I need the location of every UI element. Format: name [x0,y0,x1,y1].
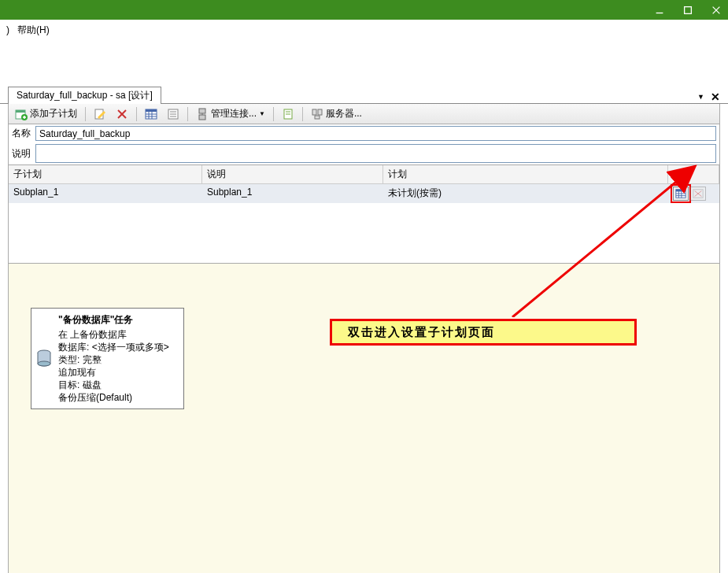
name-input[interactable] [35,126,716,141]
menu-paren: ) [6,24,9,35]
task-line: 在 上备份数据库 [38,328,177,341]
cell-subplan: Subplan_1 [9,184,202,203]
menu-help[interactable]: 帮助(H) [17,24,50,37]
design-canvas[interactable]: "备份数据库"任务 在 上备份数据库 数据库: <选择一项或多项> 类型: 完整… [8,264,720,573]
calendar-add-icon [15,108,28,120]
task-line: 备份压缩(Default) [38,391,177,404]
schedule-remove-button [690,187,706,201]
name-label: 名称 [12,127,35,140]
database-backup-icon [36,349,52,368]
grid-empty-area [9,203,719,263]
tab-controls: ▼ ✕ [697,91,728,103]
manage-connections-button[interactable]: 管理连接... ▼ [193,105,268,122]
task-line: 数据库: <选择一项或多项> [38,341,177,353]
backup-task-box[interactable]: "备份数据库"任务 在 上备份数据库 数据库: <选择一项或多项> 类型: 完整… [31,308,184,409]
cell-description: Subplan_1 [202,184,383,203]
task-line: 追加现有 [38,366,177,379]
svg-rect-13 [146,109,157,112]
servers-icon [311,108,323,120]
subplan-grid: 子计划 说明 计划 Subplan_1 Subplan_1 未计划(按需) [8,165,720,264]
svg-rect-1 [685,6,692,13]
task-line: 类型: 完整 [38,353,177,366]
window-titlebar [0,0,728,20]
form-area: 名称 说明 [8,124,720,165]
cell-plan: 未计划(按需) [383,184,668,203]
description-label: 说明 [12,147,35,161]
svg-rect-30 [315,116,320,119]
log-icon [282,108,294,120]
maximize-button[interactable] [682,5,693,16]
list-icon [167,108,179,120]
calendar-remove-icon [693,188,704,199]
calendar-icon [675,188,686,199]
edit-icon [94,108,106,120]
minimize-button[interactable] [654,5,665,16]
toolbar-separator [136,107,137,121]
callout-text: 双击进入设置子计划页面 [348,325,495,340]
annotation-callout: 双击进入设置子计划页面 [330,319,637,346]
svg-rect-5 [16,110,25,113]
dropdown-icon: ▼ [259,110,265,117]
servers-label: 服务器... [326,107,362,120]
toolbar-separator [302,107,303,121]
toolbar-separator [85,107,86,121]
add-subplan-label: 添加子计划 [30,107,77,120]
edit-button[interactable] [91,106,109,122]
add-subplan-button[interactable]: 添加子计划 [12,105,80,122]
toolbar-separator [187,107,188,121]
svg-rect-32 [676,190,686,192]
grid-button[interactable] [142,106,161,122]
delete-icon [116,108,128,120]
column-actions [668,165,719,183]
servers-button[interactable]: 服务器... [308,105,365,122]
cell-actions [668,184,719,203]
close-button[interactable] [711,5,722,16]
log-button[interactable] [279,106,297,122]
column-subplan[interactable]: 子计划 [9,165,202,183]
list-button[interactable] [164,106,183,122]
svg-rect-23 [199,115,205,120]
task-title: "备份数据库"任务 [38,313,177,327]
svg-rect-28 [312,109,316,115]
toolbar: 添加子计划 管理连接... ▼ 服务器... [8,104,720,124]
grid-header: 子计划 说明 计划 [9,165,719,184]
grid-row[interactable]: Subplan_1 Subplan_1 未计划(按需) [9,184,719,203]
description-input[interactable] [35,144,716,163]
column-description[interactable]: 说明 [202,165,383,183]
tab-close-icon[interactable]: ✕ [711,91,720,103]
tab-design[interactable]: Saturday_full_backup - sa [设计] [8,87,161,104]
tab-bar: Saturday_full_backup - sa [设计] ▼ ✕ [0,86,728,104]
svg-point-41 [38,361,50,366]
svg-rect-22 [199,109,205,113]
tab-dropdown-icon[interactable]: ▼ [697,93,704,101]
column-plan[interactable]: 计划 [383,165,668,183]
delete-button[interactable] [113,106,131,122]
menubar: ) 帮助(H) [0,20,728,40]
connection-icon [196,108,209,120]
grid-icon [145,108,157,120]
svg-rect-29 [318,109,322,115]
task-line: 目标: 磁盘 [38,379,177,391]
manage-connections-label: 管理连接... [211,107,257,120]
description-row: 说明 [9,142,719,165]
name-row: 名称 [9,124,719,142]
schedule-button[interactable] [673,187,689,201]
toolbar-separator [273,107,274,121]
